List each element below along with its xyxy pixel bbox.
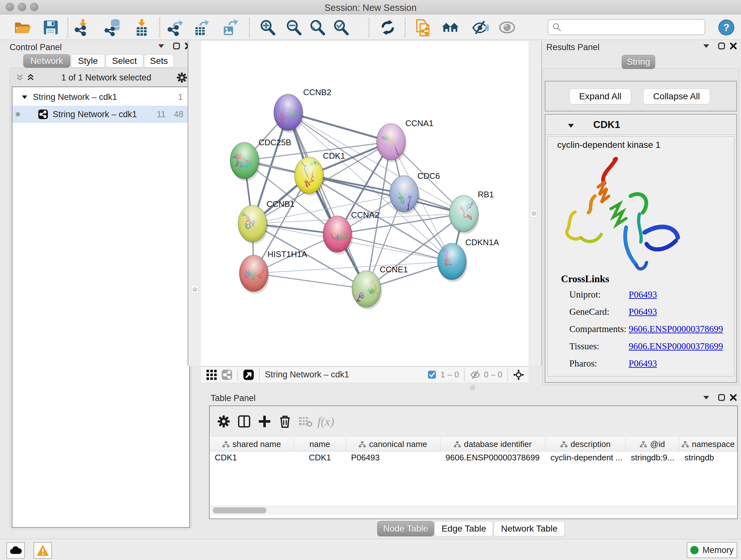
tab-node-table[interactable]: Node Table (377, 521, 434, 537)
import-table-file-icon[interactable] (133, 18, 151, 37)
grid-view-icon[interactable] (206, 369, 217, 380)
table-cell[interactable]: stringdb (679, 451, 737, 465)
pan-crosshair-icon[interactable] (513, 369, 524, 380)
network-canvas[interactable]: CCNB2CCNA1CDC25BCDK1CDC6RB1CCNB1CCNA2CDK… (201, 41, 529, 366)
table-cell[interactable]: CDK1 (210, 451, 294, 465)
crosslink-value-link[interactable]: P06493 (629, 289, 657, 300)
gear-icon[interactable] (177, 72, 187, 83)
maximize-panel-icon[interactable] (716, 392, 727, 403)
right-splitter[interactable] (529, 41, 542, 366)
network-row[interactable]: String Network – cdk1 11 48 (12, 106, 189, 123)
maximize-panel-icon[interactable] (716, 41, 727, 51)
selected-checkbox-icon[interactable] (426, 369, 437, 380)
left-splitter[interactable] (188, 41, 201, 366)
section-collapse-icon[interactable] (568, 123, 574, 129)
refresh-view-icon[interactable] (379, 18, 397, 37)
help-icon[interactable]: ? (718, 18, 735, 37)
warning-button[interactable] (33, 542, 52, 559)
column-header-description[interactable]: description (545, 437, 626, 451)
search-input[interactable] (548, 19, 705, 35)
table-cell[interactable]: stringdb:9... (626, 451, 679, 465)
zoom-out-icon[interactable] (285, 18, 303, 37)
table-header-row: shared namenamecanonical namedatabase id… (210, 437, 737, 451)
export-network-icon[interactable] (167, 18, 185, 37)
crosslink-value-link[interactable]: 9606.ENSP00000378699 (629, 324, 723, 334)
expand-all-button[interactable]: Expand All (569, 88, 631, 105)
presentation-orb-icon[interactable] (498, 18, 516, 37)
birdseye-view-icon[interactable] (243, 369, 254, 380)
zoom-selected-icon[interactable] (332, 18, 350, 37)
save-session-icon[interactable] (42, 18, 60, 37)
crosslink-value-link[interactable]: 9606.ENSP00000378699 (629, 341, 723, 352)
scrollbar-thumb[interactable] (213, 507, 266, 513)
network-node-hist1h1a[interactable] (239, 255, 269, 294)
maximize-panel-icon[interactable] (171, 41, 182, 51)
table-cell[interactable]: P06493 (346, 451, 441, 465)
network-node-ccne1[interactable] (352, 271, 385, 309)
column-header-namespace[interactable]: namespace (679, 437, 737, 451)
tab-network-table[interactable]: Network Table (494, 521, 565, 537)
float-panel-icon[interactable] (156, 41, 166, 51)
svg-text:?: ? (723, 22, 730, 33)
import-network-database-icon[interactable] (105, 18, 122, 37)
table-cell[interactable]: 9606.ENSP00000378699 (441, 451, 545, 465)
collapse-all-button[interactable]: Collapse All (643, 88, 710, 105)
horizontal-scrollbar[interactable] (210, 506, 737, 515)
column-header-database-identifier[interactable]: database identifier (441, 437, 545, 451)
network-node-cdkn1a[interactable] (437, 243, 468, 282)
float-panel-icon[interactable] (701, 392, 712, 403)
import-network-file-icon[interactable] (74, 18, 91, 37)
column-type-icon (560, 441, 567, 448)
close-panel-icon[interactable] (728, 41, 739, 51)
crosslink-value-link[interactable]: P06493 (629, 358, 657, 369)
results-panel-title: Results Panel (546, 43, 600, 52)
table-cell[interactable]: CDK1 (294, 451, 346, 465)
clone-network-icon[interactable] (414, 18, 432, 37)
memory-button[interactable]: Memory (687, 542, 737, 558)
tab-style[interactable]: Style (71, 54, 105, 68)
add-column-icon[interactable] (254, 411, 275, 432)
open-session-icon[interactable] (13, 18, 31, 37)
hud-eye-icon[interactable] (471, 18, 489, 37)
column-header-canonical-name[interactable]: canonical name (346, 437, 441, 451)
column-header-name[interactable]: name (294, 437, 346, 451)
delete-column-icon[interactable] (275, 411, 295, 432)
network-node-ccnb2[interactable] (274, 94, 304, 133)
hidden-eye-icon[interactable] (470, 369, 481, 380)
bottom-splitter-handle[interactable] (470, 385, 475, 390)
export-table-icon[interactable] (193, 18, 211, 37)
table-cell[interactable]: cyclin-dependent ... (545, 451, 626, 465)
left-splitter-handle[interactable] (191, 285, 198, 294)
tab-edge-table[interactable]: Edge Table (434, 521, 493, 537)
cloud-button[interactable] (6, 542, 25, 559)
network-collection-row[interactable]: String Network – cdk1 1 (12, 88, 189, 106)
network-node-rb1[interactable] (449, 195, 479, 234)
tab-sets[interactable]: Sets (144, 54, 174, 68)
network-node-ccnb1[interactable] (238, 205, 268, 244)
network-edge[interactable] (254, 273, 366, 289)
column-header-shared-name[interactable]: shared name (210, 437, 294, 451)
float-panel-icon[interactable] (701, 41, 712, 51)
zoom-fit-icon[interactable] (309, 18, 327, 37)
crosslink-value-link[interactable]: P06493 (629, 307, 657, 317)
split-table-icon[interactable] (234, 411, 254, 432)
table-gear-icon[interactable] (213, 411, 234, 432)
network-node-cdk1[interactable] (294, 157, 325, 196)
column-header--id[interactable]: @id (626, 437, 679, 451)
right-splitter-handle[interactable] (530, 209, 537, 217)
tab-select[interactable]: Select (106, 54, 143, 68)
tree-expand-icon[interactable] (21, 94, 28, 100)
tab-string[interactable]: String (622, 55, 655, 69)
expand-all-icon[interactable] (25, 72, 36, 83)
close-panel-icon[interactable] (728, 392, 739, 403)
network-edge[interactable] (337, 234, 452, 261)
network-node-ccna2[interactable] (323, 216, 353, 254)
collapse-all-icon[interactable] (14, 72, 25, 83)
network-view-icon[interactable] (221, 369, 232, 380)
home-icon[interactable] (441, 18, 459, 37)
export-image-icon[interactable] (221, 18, 239, 37)
tab-network[interactable]: Network (23, 54, 70, 68)
table-row[interactable]: CDK1CDK1P064939606.ENSP00000378699cyclin… (210, 451, 737, 465)
network-edge[interactable] (288, 112, 366, 289)
zoom-in-icon[interactable] (259, 18, 277, 37)
